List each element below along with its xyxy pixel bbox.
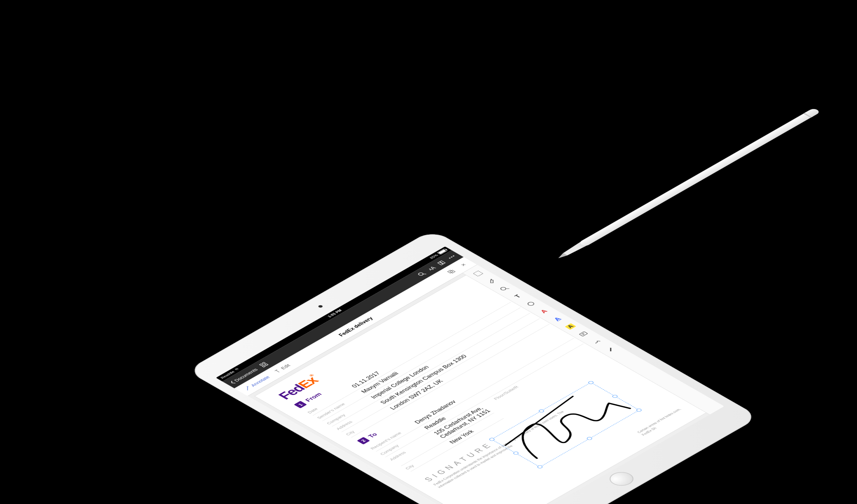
legal-text-left: FedEx Corporation understands the import… — [433, 405, 579, 489]
field-value: Denys Zhadanov — [413, 399, 458, 425]
highlight-icon[interactable]: A — [560, 321, 580, 332]
svg-rect-1 — [260, 364, 263, 366]
screen: Readdle 1:01 PM 85% Documents — [216, 246, 724, 504]
text-color-icon[interactable]: A — [534, 306, 554, 317]
section-number: 1 — [294, 401, 307, 408]
field-label: Address — [388, 433, 438, 461]
svg-point-9 — [451, 256, 453, 258]
eraser-icon[interactable] — [481, 275, 501, 287]
resize-handle[interactable] — [488, 437, 496, 441]
bookmark-icon[interactable] — [435, 259, 447, 266]
field-recipient-city[interactable]: City New York — [401, 413, 504, 472]
section-label: To — [367, 432, 379, 439]
svg-rect-11 — [448, 270, 453, 273]
svg-point-5 — [418, 272, 424, 276]
resize-handle[interactable] — [536, 465, 544, 469]
underline-icon[interactable]: A — [547, 313, 567, 325]
edit-label: Edit — [279, 363, 291, 370]
signature-annotation[interactable] — [491, 382, 640, 467]
field-value: Readdle — [423, 416, 448, 430]
magnifier-icon[interactable] — [494, 283, 515, 294]
resize-handle[interactable] — [635, 408, 643, 412]
document-area: FedEx® 1 From Date 01.11.2017 Sender's n… — [248, 265, 724, 504]
wifi-icon — [234, 368, 240, 371]
text-tool-icon[interactable]: T — [507, 290, 528, 302]
svg-rect-7 — [440, 261, 445, 264]
marker-icon[interactable] — [600, 343, 620, 355]
ipad-device: Readdle 1:01 PM 85% Documents — [186, 229, 760, 504]
resize-handle[interactable] — [512, 451, 519, 455]
field-label: Recipent's name — [369, 422, 419, 450]
pdf-page[interactable]: FedEx® 1 From Date 01.11.2017 Sender's n… — [255, 269, 717, 504]
field-label: City — [344, 408, 394, 436]
field-label: Company — [325, 397, 375, 425]
field-label: Sender's name — [316, 391, 365, 420]
resize-handle[interactable] — [586, 437, 593, 441]
shape-tool-icon[interactable] — [521, 298, 541, 310]
ipad-home-button[interactable] — [605, 469, 638, 489]
field-label: City — [404, 442, 454, 470]
font-size-icon[interactable]: AA — [426, 265, 437, 272]
grid-icon[interactable] — [258, 361, 270, 368]
svg-rect-3 — [262, 365, 265, 368]
more-icon[interactable] — [445, 254, 458, 260]
field-label: Address — [335, 402, 384, 430]
svg-point-8 — [449, 258, 451, 259]
search-icon[interactable] — [416, 271, 428, 277]
close-icon[interactable]: × — [457, 261, 469, 268]
field-recipient-address[interactable]: Address 105 Cedarhurst Ave, Cedarhurst, … — [386, 404, 494, 466]
legal-text-right: Certain areas of fed fedex.com, FedEx Sh — [636, 404, 692, 437]
svg-rect-4 — [265, 364, 268, 366]
field-label: Company — [379, 427, 428, 456]
signature-tool-icon[interactable] — [587, 336, 607, 347]
resize-handle[interactable] — [538, 409, 545, 413]
layers-icon[interactable] — [445, 268, 458, 275]
svg-rect-2 — [262, 362, 265, 364]
svg-point-10 — [452, 255, 454, 256]
field-value: 105 Cedarhurst Ave, Cedarhurst, NY 1151 — [433, 405, 492, 439]
svg-point-15 — [500, 287, 507, 291]
svg-rect-12 — [450, 270, 455, 273]
svg-rect-13 — [473, 271, 483, 277]
svg-point-16 — [527, 301, 535, 306]
resize-handle[interactable] — [611, 394, 618, 398]
field-value: New York — [448, 429, 475, 445]
svg-point-14 — [491, 279, 492, 280]
select-rect-icon[interactable] — [468, 268, 488, 279]
sticky-note-icon[interactable] — [574, 328, 594, 340]
ipad-camera — [317, 304, 323, 308]
section-label: From — [304, 391, 323, 403]
apple-pencil — [552, 100, 834, 262]
section-number: 2 — [357, 437, 370, 445]
svg-point-0 — [238, 370, 239, 370]
svg-rect-6 — [438, 262, 443, 265]
svg-rect-17 — [579, 332, 588, 336]
